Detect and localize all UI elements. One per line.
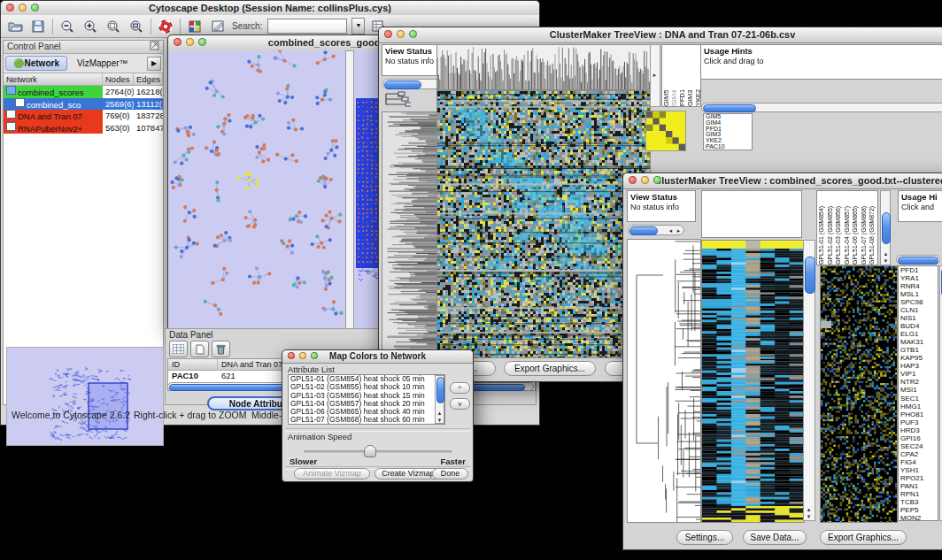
scroll-down-icon[interactable]: ▾ <box>436 417 444 423</box>
minimize-button[interactable] <box>397 30 405 38</box>
network-table-row[interactable]: combined_scores 2764(0) 16218(0) <box>4 86 163 98</box>
scrollbar-thumb[interactable] <box>898 257 938 265</box>
gene-label[interactable]: GPI16 <box>899 434 938 442</box>
network-vertical-scrollbar[interactable] <box>345 50 354 329</box>
save-icon[interactable] <box>29 18 47 35</box>
gene-label[interactable]: CPA2 <box>899 450 938 458</box>
birds-eye-view[interactable] <box>7 348 161 443</box>
gene-label[interactable]: PHO81 <box>899 410 938 418</box>
minimize-button[interactable] <box>641 176 649 184</box>
gene-label[interactable]: RPN1 <box>899 490 938 498</box>
gene-label[interactable]: RNR4 <box>899 282 938 290</box>
gene-label[interactable]: SEC1 <box>899 395 938 403</box>
array-label[interactable]: GPL51-02 (GSM855) <box>826 191 835 265</box>
tab-network[interactable]: 🟢Network <box>5 56 67 71</box>
gene-label[interactable]: PEP5 <box>899 506 938 514</box>
minimize-button[interactable] <box>19 4 27 12</box>
scroll-down-icon[interactable]: ▾ <box>805 513 813 519</box>
scroll-up-icon[interactable]: ▴ <box>436 410 444 416</box>
search-dropdown-arrow-icon[interactable]: ▼ <box>351 18 365 35</box>
scrollbar-thumb[interactable] <box>703 104 756 112</box>
gene-label[interactable]: HRD3 <box>899 426 938 434</box>
array-label[interactable]: GPL51-04 (GSM857) <box>843 191 852 265</box>
gene-label[interactable]: SPC98 <box>899 298 938 306</box>
scrollbar-thumb[interactable] <box>436 377 444 403</box>
main-titlebar[interactable]: Cytoscape Desktop (Session Name: collins… <box>1 1 539 16</box>
gene-label[interactable]: FIG4 <box>899 458 938 466</box>
heatmap-zoom-view[interactable] <box>645 111 686 151</box>
gene-label[interactable]: PAC10 <box>704 144 752 150</box>
gene-label[interactable]: RPO21 <box>899 474 938 482</box>
array-label[interactable]: GIM4 <box>670 45 678 106</box>
zoom-button[interactable] <box>31 4 39 12</box>
help-lifering-icon[interactable] <box>157 18 174 35</box>
network-table-row[interactable]: RNAPuberNov2+ 563(0) 107847(0) <box>4 122 163 134</box>
network-overview-panel[interactable] <box>6 347 164 446</box>
tv1-strip-scrollbar[interactable]: ▸ <box>650 44 660 107</box>
tab-overflow-arrow-icon[interactable]: ▶ <box>147 57 161 71</box>
gene-label[interactable]: CLN1 <box>899 306 938 314</box>
close-button[interactable] <box>6 4 14 12</box>
zoom-button[interactable] <box>653 176 661 184</box>
gene-label[interactable]: MSL1 <box>899 290 938 298</box>
scroll-up-icon[interactable]: ▴ <box>805 506 813 512</box>
move-up-button[interactable]: ^ <box>450 382 470 394</box>
array-label[interactable]: PFD1 <box>678 45 686 106</box>
gene-label[interactable]: PAN1 <box>899 482 938 490</box>
gene-label[interactable]: ELG1 <box>899 330 938 338</box>
scroll-right-icon[interactable]: ▸ <box>675 227 683 234</box>
gene-label[interactable]: NIS1 <box>899 314 938 322</box>
scroll-down-icon[interactable]: ▾ <box>882 257 890 264</box>
close-button[interactable] <box>384 30 392 38</box>
network-table-row[interactable]: combined_sco 2569(6) 13112(15) <box>4 98 163 111</box>
tv1-export-graphics-button[interactable]: Export Graphics... <box>504 361 596 376</box>
gene-label[interactable]: TCB3 <box>899 498 938 506</box>
scrollbar-thumb[interactable] <box>629 226 658 235</box>
scrollbar-thumb[interactable] <box>805 257 815 294</box>
array-dendrogram-panel[interactable] <box>701 190 802 238</box>
annotation-icon[interactable] <box>209 18 227 35</box>
search-input[interactable] <box>267 19 347 34</box>
gene-label[interactable]: PUF3 <box>899 418 938 426</box>
zoom-button[interactable] <box>409 30 417 38</box>
gene-dendrogram[interactable] <box>627 239 701 523</box>
attribute-item[interactable]: GPL51-07 (GSM868) heat shock 60 min <box>289 416 444 424</box>
new-attribute-icon[interactable] <box>190 341 209 357</box>
scroll-up-icon[interactable]: ▴ <box>882 250 890 257</box>
zoom-selected-icon[interactable] <box>104 18 122 35</box>
header-nodes[interactable]: Nodes <box>103 73 134 85</box>
array-label[interactable]: GPL51-01 (GSM854) <box>817 191 826 265</box>
gene-label[interactable]: NTR2 <box>899 378 938 386</box>
gene-label[interactable]: MAK31 <box>899 338 938 346</box>
gene-label[interactable]: SEC24 <box>899 442 938 450</box>
move-down-button[interactable]: v <box>450 398 470 410</box>
zoom-fit-icon[interactable] <box>127 18 145 35</box>
attribute-list-scrollbar[interactable]: ▴ ▾ <box>435 375 444 424</box>
gene-label[interactable]: BUD4 <box>899 322 938 330</box>
minimize-button[interactable] <box>186 38 194 46</box>
scrollbar-thumb[interactable] <box>882 212 891 244</box>
select-attributes-icon[interactable] <box>169 341 188 357</box>
close-button[interactable] <box>629 176 637 184</box>
gene-label[interactable]: HMG1 <box>899 403 938 410</box>
zoom-button[interactable] <box>311 352 318 359</box>
array-label[interactable]: GPL51-07 (GSM868) <box>860 191 869 265</box>
close-button[interactable] <box>288 352 295 359</box>
tab-vizmapper[interactable]: VizMapper™ <box>69 56 136 71</box>
heatmap-global-view[interactable] <box>436 90 651 358</box>
zoom-button[interactable] <box>198 38 206 46</box>
tv2-settings-button[interactable]: Settings... <box>676 530 733 545</box>
network-canvas[interactable] <box>168 50 345 329</box>
tv2-save-data-button[interactable]: Save Data... <box>743 530 807 545</box>
gene-label[interactable]: MON2 <box>899 514 938 521</box>
scroll-right-icon[interactable]: ▸ <box>651 72 659 78</box>
delete-attribute-icon[interactable] <box>212 341 230 357</box>
dialog-titlebar[interactable]: Map Colors to Network <box>282 350 473 364</box>
slider-thumb[interactable] <box>364 445 376 457</box>
tv2-zoom-hscrollbar[interactable] <box>896 255 940 265</box>
animate-vizmap-button[interactable]: Animate Vizmap <box>294 468 370 479</box>
array-label[interactable]: GIM3 <box>686 45 694 106</box>
close-button[interactable] <box>174 38 181 46</box>
gene-label[interactable]: KAP95 <box>899 354 938 362</box>
scrollbar-thumb[interactable] <box>384 81 421 89</box>
